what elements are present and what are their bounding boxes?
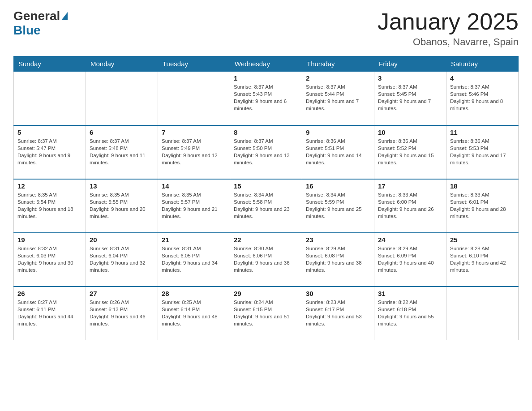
day-number: 5 xyxy=(17,128,82,136)
day-number: 22 xyxy=(234,236,298,244)
calendar-cell: 12Sunrise: 8:35 AM Sunset: 5:54 PM Dayli… xyxy=(14,179,86,233)
calendar-cell xyxy=(446,287,519,340)
day-info: Sunrise: 8:37 AM Sunset: 5:48 PM Dayligh… xyxy=(90,137,154,166)
calendar-cell: 23Sunrise: 8:29 AM Sunset: 6:08 PM Dayli… xyxy=(302,233,374,287)
day-info: Sunrise: 8:33 AM Sunset: 6:00 PM Dayligh… xyxy=(378,191,442,220)
calendar-cell: 2Sunrise: 8:37 AM Sunset: 5:44 PM Daylig… xyxy=(302,72,374,125)
day-info: Sunrise: 8:37 AM Sunset: 5:43 PM Dayligh… xyxy=(234,83,298,112)
header-cell-monday: Monday xyxy=(86,56,158,72)
week-row-2: 5Sunrise: 8:37 AM Sunset: 5:47 PM Daylig… xyxy=(14,125,519,179)
calendar-cell xyxy=(14,72,86,125)
calendar-cell: 21Sunrise: 8:31 AM Sunset: 6:05 PM Dayli… xyxy=(158,233,230,287)
calendar-subtitle: Obanos, Navarre, Spain xyxy=(378,36,519,48)
calendar-cell xyxy=(158,72,230,125)
day-info: Sunrise: 8:37 AM Sunset: 5:44 PM Dayligh… xyxy=(306,83,370,112)
day-info: Sunrise: 8:32 AM Sunset: 6:03 PM Dayligh… xyxy=(17,245,82,274)
day-info: Sunrise: 8:36 AM Sunset: 5:51 PM Dayligh… xyxy=(306,137,370,166)
calendar-table: SundayMondayTuesdayWednesdayThursdayFrid… xyxy=(13,56,519,340)
day-info: Sunrise: 8:30 AM Sunset: 6:06 PM Dayligh… xyxy=(234,245,298,274)
calendar-header: SundayMondayTuesdayWednesdayThursdayFrid… xyxy=(14,56,519,72)
logo: General Blue xyxy=(13,9,69,38)
day-number: 11 xyxy=(450,128,515,136)
day-number: 23 xyxy=(306,236,370,244)
day-info: Sunrise: 8:31 AM Sunset: 6:05 PM Dayligh… xyxy=(162,245,226,274)
calendar-body: 1Sunrise: 8:37 AM Sunset: 5:43 PM Daylig… xyxy=(14,72,519,340)
header-cell-sunday: Sunday xyxy=(14,56,86,72)
header-cell-saturday: Saturday xyxy=(446,56,519,72)
calendar-cell: 25Sunrise: 8:28 AM Sunset: 6:10 PM Dayli… xyxy=(446,233,519,287)
calendar-cell: 8Sunrise: 8:37 AM Sunset: 5:50 PM Daylig… xyxy=(230,125,302,179)
day-number: 3 xyxy=(378,74,442,82)
day-number: 8 xyxy=(234,128,298,136)
header-cell-thursday: Thursday xyxy=(302,56,374,72)
week-row-3: 12Sunrise: 8:35 AM Sunset: 5:54 PM Dayli… xyxy=(14,179,519,233)
header-cell-friday: Friday xyxy=(374,56,446,72)
logo-general-text: General xyxy=(13,9,60,23)
calendar-cell: 29Sunrise: 8:24 AM Sunset: 6:15 PM Dayli… xyxy=(230,287,302,340)
day-number: 4 xyxy=(450,74,515,82)
calendar-cell: 22Sunrise: 8:30 AM Sunset: 6:06 PM Dayli… xyxy=(230,233,302,287)
calendar-cell: 18Sunrise: 8:33 AM Sunset: 6:01 PM Dayli… xyxy=(446,179,519,233)
day-info: Sunrise: 8:37 AM Sunset: 5:46 PM Dayligh… xyxy=(450,83,515,112)
calendar-cell: 6Sunrise: 8:37 AM Sunset: 5:48 PM Daylig… xyxy=(86,125,158,179)
day-number: 20 xyxy=(90,236,154,244)
calendar-cell: 30Sunrise: 8:23 AM Sunset: 6:17 PM Dayli… xyxy=(302,287,374,340)
calendar-cell: 14Sunrise: 8:35 AM Sunset: 5:57 PM Dayli… xyxy=(158,179,230,233)
day-number: 7 xyxy=(162,128,226,136)
day-info: Sunrise: 8:35 AM Sunset: 5:55 PM Dayligh… xyxy=(90,191,154,220)
day-info: Sunrise: 8:29 AM Sunset: 6:09 PM Dayligh… xyxy=(378,245,442,274)
day-number: 9 xyxy=(306,128,370,136)
day-info: Sunrise: 8:24 AM Sunset: 6:15 PM Dayligh… xyxy=(234,299,298,327)
day-number: 30 xyxy=(306,290,370,297)
day-info: Sunrise: 8:35 AM Sunset: 5:57 PM Dayligh… xyxy=(162,191,226,220)
calendar-cell: 10Sunrise: 8:36 AM Sunset: 5:52 PM Dayli… xyxy=(374,125,446,179)
calendar-cell: 17Sunrise: 8:33 AM Sunset: 6:00 PM Dayli… xyxy=(374,179,446,233)
calendar-cell: 19Sunrise: 8:32 AM Sunset: 6:03 PM Dayli… xyxy=(14,233,86,287)
day-number: 19 xyxy=(17,236,82,244)
day-info: Sunrise: 8:22 AM Sunset: 6:18 PM Dayligh… xyxy=(378,299,442,327)
calendar-cell: 4Sunrise: 8:37 AM Sunset: 5:46 PM Daylig… xyxy=(446,72,519,125)
day-info: Sunrise: 8:37 AM Sunset: 5:50 PM Dayligh… xyxy=(234,137,298,166)
day-info: Sunrise: 8:25 AM Sunset: 6:14 PM Dayligh… xyxy=(162,299,226,327)
day-number: 28 xyxy=(162,290,226,297)
day-info: Sunrise: 8:23 AM Sunset: 6:17 PM Dayligh… xyxy=(306,299,370,327)
day-info: Sunrise: 8:31 AM Sunset: 6:04 PM Dayligh… xyxy=(90,245,154,274)
day-number: 17 xyxy=(378,182,442,190)
day-number: 25 xyxy=(450,236,515,244)
day-number: 26 xyxy=(17,290,82,297)
day-number: 16 xyxy=(306,182,370,190)
day-info: Sunrise: 8:33 AM Sunset: 6:01 PM Dayligh… xyxy=(450,191,515,220)
day-number: 1 xyxy=(234,74,298,82)
calendar-cell: 27Sunrise: 8:26 AM Sunset: 6:13 PM Dayli… xyxy=(86,287,158,340)
title-area: January 2025 Obanos, Navarre, Spain xyxy=(378,9,519,48)
day-number: 14 xyxy=(162,182,226,190)
header-cell-wednesday: Wednesday xyxy=(230,56,302,72)
calendar-cell: 5Sunrise: 8:37 AM Sunset: 5:47 PM Daylig… xyxy=(14,125,86,179)
calendar-cell: 20Sunrise: 8:31 AM Sunset: 6:04 PM Dayli… xyxy=(86,233,158,287)
calendar-cell: 26Sunrise: 8:27 AM Sunset: 6:11 PM Dayli… xyxy=(14,287,86,340)
calendar-cell xyxy=(86,72,158,125)
week-row-4: 19Sunrise: 8:32 AM Sunset: 6:03 PM Dayli… xyxy=(14,233,519,287)
day-number: 24 xyxy=(378,236,442,244)
day-info: Sunrise: 8:36 AM Sunset: 5:53 PM Dayligh… xyxy=(450,137,515,166)
calendar-cell: 11Sunrise: 8:36 AM Sunset: 5:53 PM Dayli… xyxy=(446,125,519,179)
day-info: Sunrise: 8:35 AM Sunset: 5:54 PM Dayligh… xyxy=(17,191,82,220)
calendar-cell: 24Sunrise: 8:29 AM Sunset: 6:09 PM Dayli… xyxy=(374,233,446,287)
calendar-cell: 28Sunrise: 8:25 AM Sunset: 6:14 PM Dayli… xyxy=(158,287,230,340)
logo-blue-text: Blue xyxy=(13,23,41,37)
calendar-cell: 3Sunrise: 8:37 AM Sunset: 5:45 PM Daylig… xyxy=(374,72,446,125)
day-number: 31 xyxy=(378,290,442,297)
day-info: Sunrise: 8:37 AM Sunset: 5:45 PM Dayligh… xyxy=(378,83,442,112)
day-number: 6 xyxy=(90,128,154,136)
day-info: Sunrise: 8:34 AM Sunset: 5:59 PM Dayligh… xyxy=(306,191,370,220)
day-info: Sunrise: 8:37 AM Sunset: 5:49 PM Dayligh… xyxy=(162,137,226,166)
calendar-cell: 31Sunrise: 8:22 AM Sunset: 6:18 PM Dayli… xyxy=(374,287,446,340)
day-number: 29 xyxy=(234,290,298,297)
calendar-cell: 15Sunrise: 8:34 AM Sunset: 5:58 PM Dayli… xyxy=(230,179,302,233)
day-number: 27 xyxy=(90,290,154,297)
day-number: 13 xyxy=(90,182,154,190)
day-info: Sunrise: 8:34 AM Sunset: 5:58 PM Dayligh… xyxy=(234,191,298,220)
week-row-5: 26Sunrise: 8:27 AM Sunset: 6:11 PM Dayli… xyxy=(14,287,519,340)
day-info: Sunrise: 8:29 AM Sunset: 6:08 PM Dayligh… xyxy=(306,245,370,274)
calendar-cell: 13Sunrise: 8:35 AM Sunset: 5:55 PM Dayli… xyxy=(86,179,158,233)
